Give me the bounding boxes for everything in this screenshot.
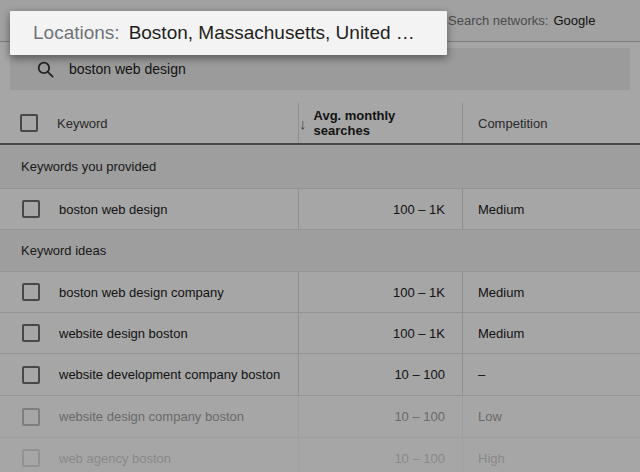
keyword-planner-page: Search networks: Google Keyword ↓ Avg. m… [0, 0, 640, 472]
locations-value: Boston, Massachusetts, United … [129, 22, 415, 44]
dim-overlay [0, 0, 640, 472]
locations-label: Locations: [33, 22, 120, 44]
locations-callout[interactable]: Locations: Boston, Massachusetts, United… [10, 11, 447, 55]
